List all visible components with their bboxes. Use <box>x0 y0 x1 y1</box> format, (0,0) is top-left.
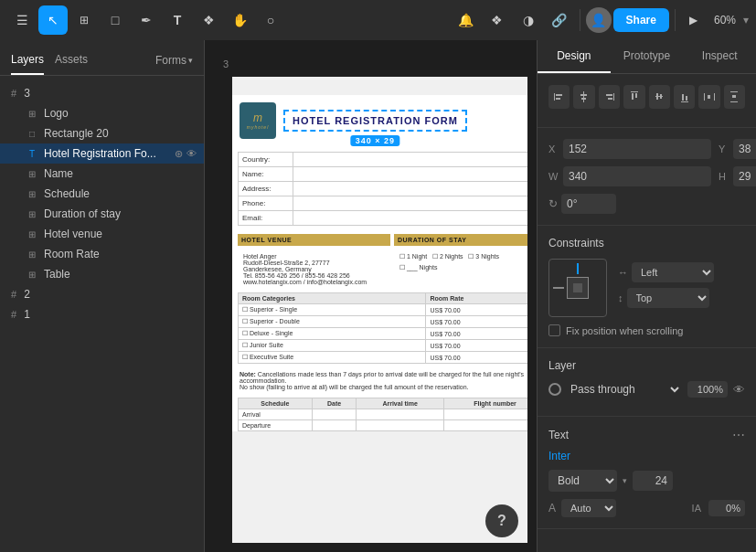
distribute-v-button[interactable] <box>724 85 745 109</box>
fix-scroll-checkbox[interactable] <box>548 324 560 336</box>
layer-item-name[interactable]: ⊞ Name <box>0 164 204 184</box>
vertical-constraint-select[interactable]: Top Bottom Center Scale Top & Bottom <box>627 288 709 308</box>
visibility-icon[interactable]: 👁 <box>186 148 197 160</box>
component-mark-icon: ⊛ <box>175 148 183 160</box>
play-button[interactable]: ▶ <box>681 7 707 33</box>
svg-rect-11 <box>635 93 637 98</box>
text-tool-button[interactable]: T <box>163 5 192 35</box>
hash-icon-3: # <box>11 309 16 320</box>
svg-rect-16 <box>682 94 684 101</box>
component-tool-button[interactable]: ❖ <box>194 5 223 35</box>
align-center-h-button[interactable] <box>573 85 594 109</box>
hash-icon: # <box>11 88 16 99</box>
plugin-icon: ❖ <box>491 13 503 27</box>
link-button[interactable]: 🔗 <box>545 5 574 35</box>
layer-item-duration[interactable]: ⊞ Duration of stay <box>0 204 204 224</box>
layer-name-2: 2 <box>24 288 197 301</box>
font-size-input[interactable] <box>633 471 673 491</box>
help-button[interactable]: ? <box>485 504 518 537</box>
w-input[interactable] <box>563 166 711 186</box>
avatar: 👤 <box>586 7 612 33</box>
x-input[interactable] <box>563 139 711 159</box>
auto-select[interactable]: Auto Fixed <box>561 499 616 517</box>
tab-inspect[interactable]: Inspect <box>683 40 756 73</box>
layer-item-hotelreg[interactable]: T Hotel Registration Fo... ⊛ 👁 <box>0 143 204 164</box>
field-country: Country: <box>238 152 527 167</box>
grid-icon-7: ⊞ <box>26 270 38 280</box>
form-title-text: HOTEL REGISTRATION FORM <box>293 115 458 126</box>
play-icon: ▶ <box>689 14 697 27</box>
layer-group-1[interactable]: # 1 <box>0 304 204 324</box>
svg-rect-1 <box>556 94 562 96</box>
select-tool-button[interactable]: ↖ <box>38 5 68 35</box>
svg-rect-14 <box>660 94 662 99</box>
font-name[interactable]: Inter <box>548 450 745 462</box>
more-options-icon[interactable]: ⋯ <box>732 428 745 442</box>
letter-spacing-input[interactable] <box>708 500 745 516</box>
tab-design[interactable]: Design <box>538 40 611 73</box>
zoom-button[interactable]: 60% <box>708 10 741 30</box>
layer-item-logo[interactable]: ⊞ Logo <box>0 103 204 123</box>
font-weight-select[interactable]: Bold Regular Medium Light Italic <box>548 470 617 492</box>
duration-header: DURATION OF STAY <box>394 234 527 246</box>
y-input[interactable] <box>733 139 756 159</box>
rotate-input[interactable] <box>561 194 616 214</box>
size-badge: 340 × 29 <box>351 135 399 146</box>
svg-rect-20 <box>708 95 710 99</box>
canvas-area[interactable]: 3 m myhotel HOTEL REGISTRATION FORM 340 … <box>205 40 537 552</box>
layer-item-rect20[interactable]: □ Rectangle 20 <box>0 123 204 143</box>
h-input[interactable] <box>733 166 756 186</box>
tab-prototype[interactable]: Prototype <box>611 40 684 73</box>
shape-tool-button[interactable]: □ <box>101 5 130 35</box>
left-tools: ☰ ↖ ⊞ □ ✒ T ❖ ✋ ○ <box>7 5 285 35</box>
tab-assets[interactable]: Assets <box>55 48 88 75</box>
constraint-row: ↔ Left Right Center Scale Left & Right ↕… <box>548 259 745 317</box>
frame-tool-button[interactable]: ⊞ <box>69 5 99 35</box>
notification-icon: 🔔 <box>458 13 474 27</box>
notification-button[interactable]: 🔔 <box>452 5 481 35</box>
panel-tabs: Layers Assets Forms ▾ <box>0 40 204 76</box>
menu-button[interactable]: ☰ <box>7 5 37 35</box>
layer-group-2[interactable]: # 2 <box>0 284 204 304</box>
pen-tool-button[interactable]: ✒ <box>132 5 161 35</box>
contrast-button[interactable]: ◑ <box>514 5 543 35</box>
share-button[interactable]: Share <box>613 8 669 32</box>
align-right-button[interactable] <box>599 85 620 109</box>
comment-tool-button[interactable]: ○ <box>256 5 285 35</box>
svg-rect-15 <box>681 101 688 102</box>
opacity-input[interactable] <box>687 381 728 398</box>
align-top-button[interactable] <box>623 85 644 109</box>
font-row: Bold Regular Medium Light Italic ▾ <box>548 470 745 492</box>
layer-item-roomrate[interactable]: ⊞ Room Rate <box>0 244 204 264</box>
hand-tool-button[interactable]: ✋ <box>225 5 254 35</box>
blend-mode-select[interactable]: Pass through Normal Darken Multiply Ligh… <box>567 382 682 397</box>
plugin-button[interactable]: ❖ <box>483 5 512 35</box>
menu-icon: ☰ <box>16 13 28 27</box>
align-left-button[interactable] <box>548 85 570 109</box>
h-field: H <box>719 166 756 186</box>
w-label: W <box>548 171 559 182</box>
left-panel: Layers Assets Forms ▾ # 3 ⊞ Logo □ Recta… <box>0 40 205 552</box>
font-weight-chevron-icon: ▾ <box>623 476 627 485</box>
text-section-label: Text <box>548 429 569 441</box>
layer-group-3[interactable]: # 3 <box>0 83 204 103</box>
frame-icon: ⊞ <box>80 14 89 27</box>
align-bottom-button[interactable] <box>674 85 695 109</box>
visibility-toggle-icon[interactable]: 👁 <box>733 383 745 397</box>
layer-section: Layer Pass through Normal Darken Multipl… <box>538 348 756 417</box>
tab-layers[interactable]: Layers <box>11 48 44 75</box>
distribute-h-button[interactable] <box>698 85 719 109</box>
form-title-box[interactable]: HOTEL REGISTRATION FORM 340 × 29 <box>283 110 467 132</box>
horizontal-constraint-select[interactable]: Left Right Center Scale Left & Right <box>632 262 714 282</box>
form-title-wrapper: HOTEL REGISTRATION FORM 340 × 29 <box>283 110 467 132</box>
align-middle-v-button[interactable] <box>649 85 670 109</box>
form-fields: Country: Name: Address: Phone: <box>232 146 527 230</box>
zoom-chevron-icon: ▾ <box>743 14 749 27</box>
layer-item-venue[interactable]: ⊞ Hotel venue <box>0 224 204 244</box>
toolbar: ☰ ↖ ⊞ □ ✒ T ❖ ✋ ○ 🔔 ❖ <box>0 0 756 40</box>
horizontal-constraint-row: ↔ Left Right Center Scale Left & Right <box>618 262 745 282</box>
right-tools: 🔔 ❖ ◑ 🔗 👤 Share ▶ 60% ▾ <box>452 5 749 35</box>
layer-item-schedule[interactable]: ⊞ Schedule <box>0 184 204 204</box>
layer-item-table[interactable]: ⊞ Table <box>0 264 204 284</box>
tab-forms[interactable]: Forms ▾ <box>155 48 193 75</box>
